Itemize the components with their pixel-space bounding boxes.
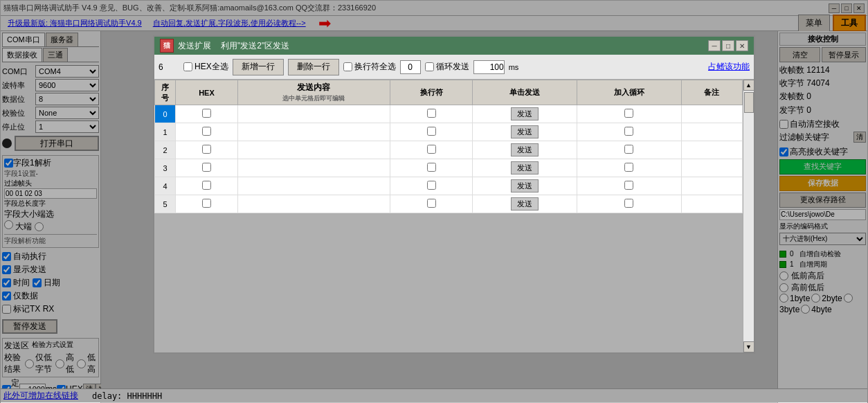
app-window: 猫猫串口网络调试助手 V4.9 意见、BUG、改善、定制-联系阿猫:amaoma… <box>0 0 868 403</box>
row-loop-2 <box>577 141 682 159</box>
modal-table-area: 序号 HEX 发送内容 选中单元格后即可编辑 换行符 单击发送 加入循环 备注 <box>154 80 754 352</box>
func-link[interactable]: 占鳍该功能 <box>708 61 750 73</box>
row-send-1: 发送 <box>473 123 577 141</box>
row-loop-4 <box>577 177 682 195</box>
row-loop-3 <box>577 159 682 177</box>
send-expand-modal: 猫 发送扩展 利用"发送2"区发送 ─ □ ✕ 6 HEX全选 新增一行 删除一… <box>153 35 755 354</box>
row-seq-4[interactable]: 4 <box>155 177 176 195</box>
scroll-thumb[interactable] <box>744 92 754 113</box>
table-row: 5发送 <box>155 195 743 213</box>
row-content-5[interactable] <box>237 195 390 213</box>
table-row: 4发送 <box>155 177 743 195</box>
row-hex-0 <box>176 105 238 123</box>
table-row: 1发送 <box>155 123 743 141</box>
single-send-btn-1[interactable]: 发送 <box>511 125 539 138</box>
replace-all-text: 换行符全选 <box>354 61 396 73</box>
row-replace-4 <box>390 177 472 195</box>
single-send-btn-3[interactable]: 发送 <box>511 161 539 174</box>
row-hex-5 <box>176 195 238 213</box>
row-seq-2[interactable]: 2 <box>155 141 176 159</box>
replace-value-input[interactable] <box>400 60 421 74</box>
single-send-btn-2[interactable]: 发送 <box>511 143 539 156</box>
send-table: 序号 HEX 发送内容 选中单元格后即可编辑 换行符 单击发送 加入循环 备注 <box>154 80 743 213</box>
add-row-button[interactable]: 新增一行 <box>233 59 284 75</box>
loop-send-checkbox[interactable] <box>425 62 434 71</box>
row-note-1[interactable] <box>681 123 742 141</box>
send-content-label: 发送内容 <box>297 82 330 92</box>
loop-send-text: 循环发送 <box>436 61 469 73</box>
scroll-up-arrow[interactable]: ▲ <box>743 80 754 91</box>
col-single-send: 单击发送 <box>473 80 577 105</box>
row-seq-1[interactable]: 1 <box>155 123 176 141</box>
loop-send-label: 循环发送 <box>425 61 469 73</box>
modal-toolbar: 6 HEX全选 新增一行 删除一行 换行符全选 循环发送 ms 占鳍该功能 <box>154 55 754 80</box>
hex-select-all-text: HEX全选 <box>195 61 228 73</box>
row-note-3[interactable] <box>681 159 742 177</box>
scroll-down-arrow[interactable]: ▼ <box>743 341 754 352</box>
col-replace-char: 换行符 <box>390 80 472 105</box>
row-hex-2 <box>176 141 238 159</box>
table-row: 0发送 <box>155 105 743 123</box>
row-content-2[interactable] <box>237 141 390 159</box>
row-seq-5[interactable]: 5 <box>155 195 176 213</box>
modal-controls: ─ □ ✕ <box>708 40 748 51</box>
col-send-content: 发送内容 选中单元格后即可编辑 <box>237 80 390 105</box>
row-send-0: 发送 <box>473 105 577 123</box>
row-seq-0[interactable]: 0 <box>155 105 176 123</box>
modal-title-bar: 猫 发送扩展 利用"发送2"区发送 ─ □ ✕ <box>154 37 754 55</box>
row-replace-3 <box>390 159 472 177</box>
table-bottom-gray <box>154 213 743 352</box>
single-send-btn-5[interactable]: 发送 <box>511 197 539 211</box>
row-content-4[interactable] <box>237 177 390 195</box>
row-loop-0 <box>577 105 682 123</box>
col-add-loop: 加入循环 <box>577 80 682 105</box>
hex-select-all-checkbox[interactable] <box>183 62 192 71</box>
modal-subtitle: 利用"发送2"区发送 <box>221 40 289 52</box>
row-replace-2 <box>390 141 472 159</box>
row-note-5[interactable] <box>681 195 742 213</box>
row-content-3[interactable] <box>237 159 390 177</box>
table-row: 3发送 <box>155 159 743 177</box>
row-note-2[interactable] <box>681 141 742 159</box>
row-send-3: 发送 <box>473 159 577 177</box>
row-note-4[interactable] <box>681 177 742 195</box>
modal-minimize-button[interactable]: ─ <box>708 40 721 51</box>
row-note-0[interactable] <box>681 105 742 123</box>
row-send-4: 发送 <box>473 177 577 195</box>
replace-all-checkbox[interactable] <box>343 62 352 71</box>
single-send-btn-4[interactable]: 发送 <box>511 179 539 192</box>
table-row: 2发送 <box>155 141 743 159</box>
col-seq: 序号 <box>155 80 176 105</box>
modal-scrollbar[interactable]: ▲ ▼ <box>743 80 754 352</box>
modal-close-button[interactable]: ✕ <box>736 40 748 51</box>
modal-title: 发送扩展 <box>178 40 211 52</box>
row-replace-1 <box>390 123 472 141</box>
row-hex-1 <box>176 123 238 141</box>
row-seq-3[interactable]: 3 <box>155 159 176 177</box>
row-replace-5 <box>390 195 472 213</box>
modal-table-wrapper: 序号 HEX 发送内容 选中单元格后即可编辑 换行符 单击发送 加入循环 备注 <box>154 80 743 352</box>
row-hex-3 <box>176 159 238 177</box>
col-hex: HEX <box>176 80 238 105</box>
row-loop-5 <box>577 195 682 213</box>
row-send-2: 发送 <box>473 141 577 159</box>
loop-unit: ms <box>509 63 519 71</box>
row-send-5: 发送 <box>473 195 577 213</box>
col-note: 备注 <box>681 80 742 105</box>
modal-maximize-button[interactable]: □ <box>722 40 734 51</box>
row-loop-1 <box>577 123 682 141</box>
row-content-1[interactable] <box>237 123 390 141</box>
replace-all-label: 换行符全选 <box>343 61 396 73</box>
row-replace-0 <box>390 105 472 123</box>
modal-counter: 6 <box>159 62 179 72</box>
scroll-track[interactable] <box>743 91 754 341</box>
modal-title-left: 猫 发送扩展 利用"发送2"区发送 <box>160 39 289 53</box>
delete-row-button[interactable]: 删除一行 <box>288 59 339 75</box>
hex-select-all-label: HEX全选 <box>183 61 228 73</box>
modal-icon: 猫 <box>160 39 174 53</box>
row-content-0[interactable] <box>237 105 390 123</box>
edit-hint: 选中单元格后即可编辑 <box>282 95 345 102</box>
loop-value-input[interactable] <box>473 60 505 74</box>
row-hex-4 <box>176 177 238 195</box>
single-send-btn-0[interactable]: 发送 <box>511 107 539 120</box>
